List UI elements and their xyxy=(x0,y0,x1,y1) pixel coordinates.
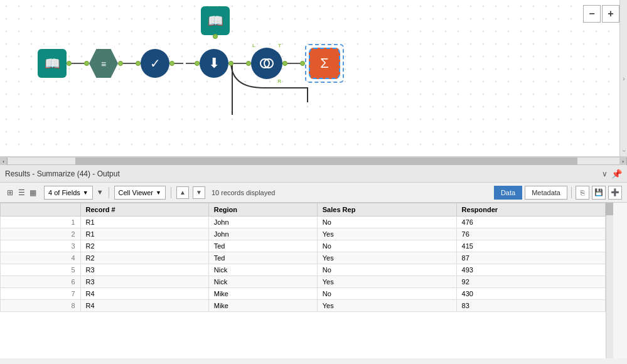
cell-sales-rep: Nick xyxy=(208,264,317,276)
cell-count: 92 xyxy=(456,276,605,288)
table-area: Record # Region Sales Rep Responder 1 R1… xyxy=(0,203,613,358)
fields-dropdown[interactable]: 4 of Fields ▼ xyxy=(44,186,93,200)
node-filter[interactable]: ✓ xyxy=(141,49,169,78)
tab-metadata-button[interactable]: Metadata xyxy=(525,186,567,200)
hex-icon: ≡ xyxy=(89,49,118,78)
nav-up-arrow[interactable]: ▲ xyxy=(176,186,189,199)
connector-line-3 xyxy=(174,63,183,64)
scroll-right-arrow[interactable]: › xyxy=(619,158,627,165)
table-scrollbar-thumb[interactable] xyxy=(606,203,613,215)
nav-down-arrow[interactable]: ▼ xyxy=(193,186,205,199)
fields-label: 4 of Fields xyxy=(48,189,80,196)
h-scrollbar-thumb[interactable] xyxy=(75,158,577,165)
cell-viewer-dropdown[interactable]: Cell Viewer ▼ xyxy=(114,186,166,200)
cell-viewer-label: Cell Viewer xyxy=(119,189,153,196)
sort-down-icon[interactable]: ▼ xyxy=(97,188,104,196)
connector-line-3b xyxy=(186,63,195,64)
col-responder[interactable]: Sales Rep xyxy=(317,203,456,217)
records-displayed-text: 10 records displayed xyxy=(212,189,276,196)
cell-record: 7 xyxy=(1,288,81,300)
cell-responder: Yes xyxy=(317,252,456,264)
connector-dot-2 xyxy=(84,61,89,66)
copy-button[interactable]: ⎘ xyxy=(576,186,589,200)
results-title: Results - Summarize (44) - Output xyxy=(5,169,120,178)
cell-region: R1 xyxy=(80,217,208,228)
cell-responder: Yes xyxy=(317,300,456,312)
connector-line-1 xyxy=(72,63,84,64)
sort-btn[interactable]: ▼ xyxy=(97,188,104,196)
node-select[interactable]: ≡ xyxy=(89,49,118,78)
top-book-node[interactable]: 📖 xyxy=(201,6,230,35)
list-icon[interactable]: ☰ xyxy=(16,188,26,198)
cell-viewer-chevron-icon: ▼ xyxy=(156,190,161,196)
cell-count: 493 xyxy=(456,264,605,276)
table-row: 1 R1 John No 476 xyxy=(1,217,606,228)
cell-region: R2 xyxy=(80,240,208,252)
cell-region: R1 xyxy=(80,228,208,240)
tab-data-button[interactable]: Data xyxy=(494,186,522,200)
node-summarize[interactable]: Σ xyxy=(305,44,344,83)
pin-icon[interactable]: 📌 xyxy=(611,169,622,179)
divider-3 xyxy=(571,187,572,198)
h-scroll-arrows: ‹ xyxy=(0,158,8,165)
col-count[interactable]: Responder xyxy=(456,203,605,217)
workflow-container: 📖 ≡ ✓ ⬇ L xyxy=(38,44,344,83)
divider-1 xyxy=(109,187,109,198)
canvas-scrollbar-horizontal[interactable]: ‹ › xyxy=(0,157,627,164)
cell-count: 415 xyxy=(456,240,605,252)
connector-dot-9 xyxy=(282,61,287,66)
col-region[interactable]: Record # xyxy=(80,203,208,217)
canvas-scrollbar-vertical[interactable]: › › xyxy=(619,0,627,157)
table-row: 8 R4 Mike Yes 83 xyxy=(1,300,606,312)
fields-chevron-icon: ▼ xyxy=(83,190,88,196)
table-row: 6 R3 Nick Yes 92 xyxy=(1,276,606,288)
book-icon: 📖 xyxy=(38,49,67,78)
canvas-area: 📖 📖 ≡ ✓ ⬇ xyxy=(0,0,627,157)
cell-responder: No xyxy=(317,217,456,228)
data-table-wrapper[interactable]: Record # Region Sales Rep Responder 1 R1… xyxy=(0,203,606,358)
node-join[interactable]: L T R xyxy=(251,48,282,79)
cell-responder: No xyxy=(317,264,456,276)
cell-record: 3 xyxy=(1,240,81,252)
node-input[interactable]: 📖 xyxy=(38,49,67,78)
cell-region: R3 xyxy=(80,276,208,288)
table-header-row: Record # Region Sales Rep Responder xyxy=(1,203,606,217)
cell-sales-rep: John xyxy=(208,217,317,228)
plus-icon: ⬇ xyxy=(200,49,228,78)
cell-count: 476 xyxy=(456,217,605,228)
scroll-left-arrow[interactable]: ‹ xyxy=(0,158,8,165)
table-scrollbar-vertical[interactable] xyxy=(606,203,613,358)
connector-line-5 xyxy=(287,63,300,64)
toolbar-right: Data Metadata ⎘ 💾 ➕ xyxy=(494,186,622,200)
add-button[interactable]: ➕ xyxy=(608,186,622,200)
connector-dot-10 xyxy=(300,61,305,66)
cell-responder: Yes xyxy=(317,228,456,240)
connector-dot-6 xyxy=(195,61,200,66)
cell-record: 8 xyxy=(1,300,81,312)
col-sales-rep[interactable]: Region xyxy=(208,203,317,217)
cell-sales-rep: Nick xyxy=(208,276,317,288)
grid-icon[interactable]: ⊞ xyxy=(5,188,15,198)
cell-responder: No xyxy=(317,240,456,252)
results-panel: Results - Summarize (44) - Output ∨ 📌 ⊞ … xyxy=(0,164,627,358)
cell-responder: No xyxy=(317,288,456,300)
connector-dot-4 xyxy=(136,61,141,66)
results-toolbar: ⊞ ☰ ▦ 4 of Fields ▼ ▼ Cell Viewer ▼ ▲ ▼ … xyxy=(0,183,627,203)
summarize-wrapper: Σ xyxy=(305,44,344,83)
table-icon[interactable]: ▦ xyxy=(28,188,38,198)
cell-region: R2 xyxy=(80,252,208,264)
summarize-icon: Σ xyxy=(309,48,340,79)
results-header: Results - Summarize (44) - Output ∨ 📌 xyxy=(0,165,627,183)
node-formula[interactable]: ⬇ xyxy=(200,49,228,78)
divider-2 xyxy=(171,187,171,198)
zoom-in-button[interactable]: + xyxy=(602,5,619,23)
cell-sales-rep: John xyxy=(208,228,317,240)
table-row: 3 R2 Ted No 415 xyxy=(1,240,606,252)
cell-record: 6 xyxy=(1,276,81,288)
collapse-icon[interactable]: ∨ xyxy=(602,169,608,178)
zoom-out-button[interactable]: − xyxy=(583,5,601,23)
save-button[interactable]: 💾 xyxy=(592,186,606,200)
connector-dot-8 xyxy=(246,61,251,66)
cell-region: R4 xyxy=(80,300,208,312)
cell-record: 4 xyxy=(1,252,81,264)
